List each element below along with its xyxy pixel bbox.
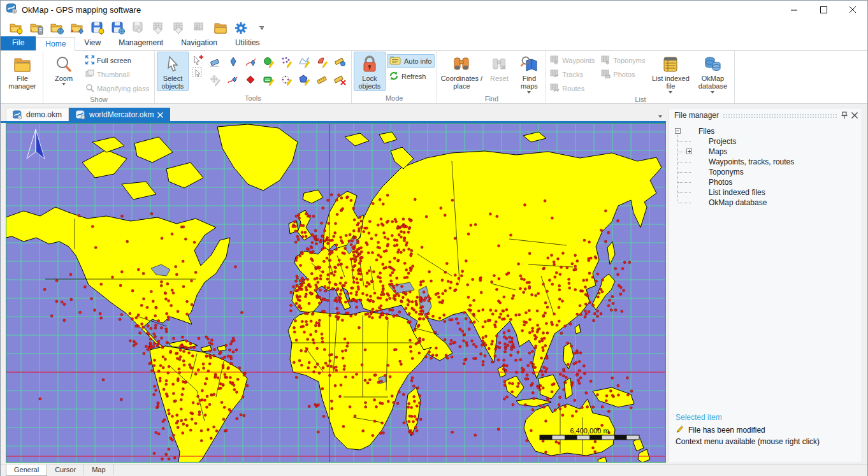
tree-item-photos[interactable]: Photos [669,177,862,187]
tree-item-files[interactable]: Files [669,126,862,136]
bottom-tab-cursor[interactable]: Cursor [47,465,84,475]
reset-label: Reset [490,75,509,82]
find-maps-button[interactable]: Find maps [514,52,544,94]
tree-item-waypoints[interactable]: Waypoints, tracks, routes [669,157,862,167]
photos-list-button: Photos [599,68,648,81]
pin-icon[interactable] [841,112,848,119]
tree-item-toponyms[interactable]: Toponyms [669,167,862,177]
open-device-icon[interactable] [29,20,45,36]
select-objects-button[interactable]: Select objects [157,52,189,91]
waypoints-label: Waypoints [562,57,595,64]
bottom-tab-map[interactable]: Map [84,465,113,475]
expander-plus-icon[interactable] [686,148,692,154]
routes-list-button: Routes [548,82,598,95]
draw-label-tool-icon[interactable] [260,71,278,89]
photos-label: Photos [613,71,635,78]
database-icon [703,54,722,75]
tree-item-list-indexed[interactable]: List indexed files [669,187,862,198]
full-screen-button[interactable]: Full screen [83,54,152,67]
doctab-demo[interactable]: demo.okm [6,108,69,121]
minimize-button[interactable] [779,1,809,18]
tab-file[interactable]: File [1,36,36,50]
tree-label: Photos [709,177,732,187]
tools-grid [206,54,349,89]
okmap-database-dropdown-icon [711,91,714,94]
waypoint-pen-tool-icon[interactable] [224,54,242,71]
tab-view[interactable]: View [75,36,110,50]
lock-objects-button[interactable]: Lock objects [354,52,386,91]
refresh-label: Refresh [401,73,426,80]
zoom-dropdown-icon [62,83,66,85]
save-project-icon[interactable] [90,20,106,36]
measure-distance-tool-icon[interactable] [314,71,331,89]
lock-icon [361,54,378,75]
lock-objects-label: Lock objects [354,75,385,90]
draw-sector-tool-icon[interactable] [314,54,331,71]
measure-area-tool-icon[interactable] [331,54,349,71]
tree-item-projects[interactable]: Projects [669,136,862,147]
workspace: demo.okm worldMercator.okm 6,400,000 m F… [1,104,867,464]
tree-label: Toponyms [709,167,744,177]
refresh-icon [389,71,399,82]
settings-gear-icon[interactable] [233,20,249,36]
tab-management[interactable]: Management [110,36,172,50]
thumbnail-label: Thumbnail [97,71,129,78]
expander-minus-icon[interactable] [675,128,681,134]
toolbar-overflow-icon[interactable] [259,26,264,30]
maximize-button[interactable] [809,1,838,18]
tab-home[interactable]: Home [36,37,75,51]
scale-label: 6,400,000 m [570,427,609,435]
draw-polygon-tool-icon[interactable] [296,71,314,89]
tree-item-okmap-database[interactable]: OkMap database [669,198,862,208]
draw-circle-tool-icon[interactable] [260,54,278,71]
tree-label: Maps [709,147,727,157]
find-maps-icon [520,54,538,75]
open-web-map-icon[interactable] [49,20,66,36]
doc-icon [76,110,85,120]
show-group-label: Show [45,95,152,104]
close-button[interactable] [838,1,867,18]
okmap-database-label: OkMap database [693,75,732,90]
save-web-map-icon[interactable] [110,20,127,36]
bottom-tab-general[interactable]: General [6,465,47,476]
tree-item-maps[interactable]: Maps [669,147,862,157]
ribbon-group-mode: Lock objects Auto info Refresh Mode [352,51,437,103]
selected-item-link[interactable]: Selected item [676,413,820,422]
draw-points-tool-icon[interactable] [278,54,296,71]
open-file-icon[interactable] [69,20,86,36]
coordinates-place-button[interactable]: Coordinates / place [439,52,484,91]
doctab-worldmercator[interactable]: worldMercator.okm [69,108,170,121]
doctab-close-icon[interactable] [157,112,163,118]
zoom-label: Zoom [55,75,73,82]
select-add-icon[interactable] [190,54,205,66]
panel-drag-handle[interactable] [723,113,837,118]
refresh-button[interactable]: Refresh [387,69,435,83]
route-edit-tool-icon[interactable] [242,54,260,71]
list-indexed-file-button[interactable]: List indexed file [649,52,691,94]
delete-measure-tool-icon[interactable] [331,71,349,89]
ribbon-group-show: Zoom Full screen Thumbnail Magnifying gl… [43,51,155,103]
toponyms-label: Toponyms [613,57,645,64]
file-manager-folder-icon[interactable] [212,20,229,36]
track-edit-tool-icon[interactable] [224,71,242,89]
ribbon-group-list: Waypoints Tracks Routes Toponyms [546,51,735,103]
select-rect-icon[interactable] [190,67,205,78]
tab-navigation[interactable]: Navigation [172,36,226,50]
file-manager-button[interactable]: File manager [4,52,41,91]
waypoint-tool-icon[interactable] [242,71,260,89]
draw-polyline-tool-icon[interactable] [296,54,314,71]
map-canvas[interactable]: 6,400,000 m [6,123,666,463]
okmap-database-button[interactable]: OkMap database [693,52,732,94]
tab-utilities[interactable]: Utilities [226,36,269,50]
title-bar: OkMap - GPS mapping software [1,1,867,18]
list-indexed-file-label: List indexed file [650,75,691,90]
draw-ellipse-tool-icon[interactable] [278,71,296,89]
open-project-icon[interactable] [8,20,25,36]
panel-close-icon[interactable] [851,112,858,119]
auto-info-button[interactable]: Auto info [387,54,435,68]
export-grid-1-icon [151,20,168,36]
tracks-list-button: Tracks [548,68,598,81]
doc-list-dropdown-icon[interactable] [658,115,662,118]
eraser-tool-icon[interactable] [206,54,224,71]
zoom-button[interactable]: Zoom [45,52,82,91]
